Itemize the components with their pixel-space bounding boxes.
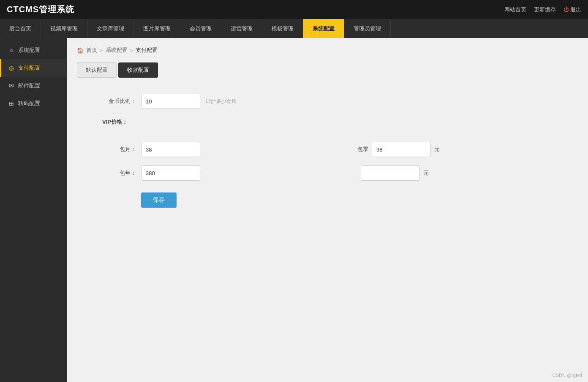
breadcrumb-sep2: > (130, 47, 133, 54)
breadcrumb-home-icon: 🏠 (77, 47, 84, 54)
yearly-unit: 元 (423, 169, 429, 177)
main-content: 🏠 首页 > 系统配置 > 支付配置 默认配置 收款配置 金币比例： 1元=多少… (67, 38, 588, 382)
monthly-label: 包月： (102, 146, 136, 153)
logo: CTCMS管理系统 (7, 4, 74, 15)
vip-price-label-row: VIP价格： (102, 118, 578, 133)
save-row: 保存 (102, 189, 578, 208)
nav-item-article[interactable]: 文章库管理 (87, 19, 134, 38)
nav-item-member[interactable]: 会员管理 (180, 19, 221, 38)
system-config-icon: ○ (8, 47, 15, 54)
monthly-input[interactable] (141, 142, 200, 157)
coin-ratio-row: 金币比例： 1元=多少金币 (102, 94, 578, 109)
sidebar-item-transcode[interactable]: ⊞ 转码配置 (0, 95, 67, 112)
top-bar: CTCMS管理系统 网站首页 更新缓存 ⏻退出 (0, 0, 588, 19)
breadcrumb-sep1: > (100, 47, 103, 54)
tab-group: 默认配置 收款配置 (77, 62, 578, 78)
logo-prefix: CTCMS (7, 5, 39, 14)
watermark: CSDN @rgfeff (553, 373, 582, 378)
quarterly-label: 包季 (357, 146, 368, 153)
tab-payment-config[interactable]: 收款配置 (118, 62, 158, 78)
save-button[interactable]: 保存 (141, 192, 177, 208)
home-link[interactable]: 网站首页 (504, 6, 526, 14)
email-config-icon: ✉ (8, 82, 15, 89)
yearly-secondary-input[interactable] (361, 165, 420, 181)
breadcrumb-current: 支付配置 (136, 46, 158, 54)
breadcrumb-parent[interactable]: 系统配置 (106, 46, 128, 54)
logo-suffix: 管理系统 (39, 5, 74, 14)
coin-ratio-input[interactable] (141, 94, 200, 109)
breadcrumb-home[interactable]: 首页 (86, 46, 97, 54)
refresh-link[interactable]: 更新缓存 (534, 6, 556, 14)
coin-ratio-hint: 1元=多少金币 (205, 98, 237, 105)
vip-yearly-row: 包年： 元 (102, 165, 578, 181)
power-icon: ⏻ (564, 6, 569, 13)
sidebar-item-payment[interactable]: ◎ 支付配置 (0, 59, 67, 77)
vip-price-label: VIP价格： (102, 118, 128, 126)
yearly-secondary-section: 元 (357, 165, 429, 181)
nav-item-template[interactable]: 模板管理 (262, 19, 303, 38)
quarterly-input[interactable] (372, 142, 431, 157)
nav-item-operation[interactable]: 运营管理 (221, 19, 262, 38)
quarterly-section: 包季 元 (357, 142, 440, 157)
nav-item-system[interactable]: 系统配置 (303, 19, 344, 38)
nav-item-video[interactable]: 视频库管理 (41, 19, 87, 38)
coin-ratio-label: 金币比例： (102, 98, 136, 105)
form-section: 金币比例： 1元=多少金币 VIP价格： 包月： 包季 元 包年： (77, 89, 578, 208)
sidebar-item-email[interactable]: ✉ 邮件配置 (0, 77, 67, 95)
transcode-config-icon: ⊞ (8, 100, 15, 107)
payment-config-icon: ◎ (8, 65, 15, 71)
nav-item-image[interactable]: 图片库管理 (134, 19, 180, 38)
layout: ○ 系统配置 ◎ 支付配置 ✉ 邮件配置 ⊞ 转码配置 🏠 首页 > 系统配置 … (0, 38, 588, 382)
quarterly-unit: 元 (434, 146, 440, 153)
vip-monthly-row: 包月： 包季 元 (102, 142, 578, 157)
nav-item-home[interactable]: 后台首页 (0, 19, 41, 38)
yearly-input[interactable] (141, 165, 200, 181)
sidebar: ○ 系统配置 ◎ 支付配置 ✉ 邮件配置 ⊞ 转码配置 (0, 38, 67, 382)
logout-link[interactable]: ⏻退出 (564, 6, 581, 14)
yearly-label: 包年： (102, 169, 136, 177)
sidebar-item-system[interactable]: ○ 系统配置 (0, 41, 67, 59)
tab-default-config[interactable]: 默认配置 (77, 62, 117, 78)
nav-bar: 后台首页 视频库管理 文章库管理 图片库管理 会员管理 运营管理 模板管理 系统… (0, 19, 588, 38)
top-actions: 网站首页 更新缓存 ⏻退出 (504, 6, 581, 14)
nav-item-admin[interactable]: 管理员管理 (344, 19, 391, 38)
breadcrumb: 🏠 首页 > 系统配置 > 支付配置 (77, 46, 578, 54)
